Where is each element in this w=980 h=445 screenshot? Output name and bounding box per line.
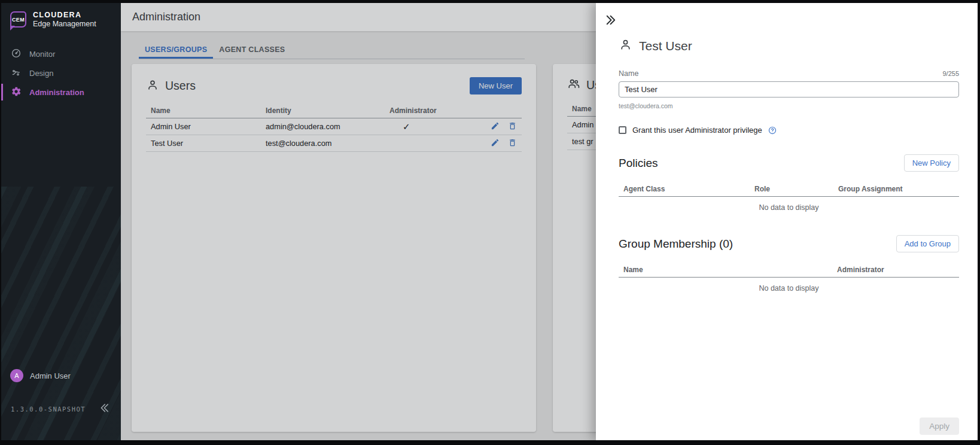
group-membership-empty-state: No data to display <box>619 278 959 296</box>
app-window: CEM CLOUDERA Edge Management Monitor <box>1 3 978 440</box>
identity-helper-text: test@cloudera.com <box>619 102 959 109</box>
sidebar-item-label: Monitor <box>29 50 55 59</box>
sidebar-item-design[interactable]: Design <box>1 63 121 83</box>
new-policy-button[interactable]: New Policy <box>904 154 959 172</box>
policies-table-header: Agent Class Role Group Assignment <box>619 181 959 197</box>
sidebar-item-label: Administration <box>29 88 84 97</box>
version-row: 1.3.0.0-SNAPSHOT <box>1 402 121 416</box>
policies-table: Agent Class Role Group Assignment No dat… <box>619 181 959 215</box>
column-administrator: Administrator <box>832 266 959 274</box>
drawer-title: Test User <box>639 39 692 53</box>
column-name: Name <box>619 266 832 274</box>
sidebar: CEM CLOUDERA Edge Management Monitor <box>1 3 121 440</box>
apply-button[interactable]: Apply <box>920 417 959 435</box>
column-group-assignment: Group Assignment <box>833 185 959 193</box>
admin-privilege-label: Grant this user Administrator privilege <box>632 126 762 135</box>
gear-icon <box>11 86 22 99</box>
policies-section-header: Policies New Policy <box>619 154 959 172</box>
column-agent-class: Agent Class <box>619 185 750 193</box>
group-membership-table: Name Administrator No data to display <box>619 262 959 296</box>
sidebar-nav: Monitor Design Administr <box>1 44 121 102</box>
policies-title: Policies <box>619 157 658 170</box>
current-user[interactable]: A Admin User <box>1 369 121 382</box>
help-circle-icon[interactable] <box>768 126 777 135</box>
version-label: 1.3.0.0-SNAPSHOT <box>11 406 86 413</box>
logo-acronym: CEM <box>12 17 25 23</box>
cem-logo-icon: CEM <box>10 11 26 28</box>
add-to-group-button[interactable]: Add to Group <box>896 235 959 252</box>
design-flow-icon <box>11 67 22 80</box>
name-field-labels: Name 9/255 <box>619 69 959 78</box>
admin-privilege-checkbox[interactable] <box>619 126 626 134</box>
drawer-header: Test User <box>619 38 959 54</box>
name-input[interactable] <box>619 81 959 97</box>
sidebar-item-administration[interactable]: Administration <box>1 83 121 102</box>
user-detail-drawer: Test User Name 9/255 test@cloudera.com G… <box>596 3 978 440</box>
double-chevron-left-icon[interactable] <box>99 402 111 416</box>
gauge-icon <box>11 48 22 60</box>
sidebar-item-monitor[interactable]: Monitor <box>1 44 121 63</box>
sidebar-footer: A Admin User 1.3.0.0-SNAPSHOT <box>1 369 121 440</box>
avatar: A <box>10 369 23 382</box>
brand-name: CLOUDERA <box>33 11 96 19</box>
app-logo: CEM CLOUDERA Edge Management <box>1 3 121 28</box>
brand-block: CLOUDERA Edge Management <box>33 11 96 28</box>
column-role: Role <box>750 185 833 193</box>
double-chevron-right-icon[interactable] <box>604 13 617 29</box>
sidebar-item-label: Design <box>29 69 53 78</box>
group-membership-table-header: Name Administrator <box>619 262 959 278</box>
policies-empty-state: No data to display <box>619 197 959 215</box>
product-name: Edge Management <box>33 20 96 28</box>
admin-privilege-row: Grant this user Administrator privilege <box>619 126 959 135</box>
name-field-label: Name <box>619 69 638 78</box>
group-membership-section-header: Group Membership (0) Add to Group <box>619 235 959 252</box>
group-membership-title: Group Membership (0) <box>619 237 733 251</box>
person-icon <box>619 38 632 54</box>
current-user-name: Admin User <box>30 371 71 380</box>
char-counter: 9/255 <box>942 70 959 77</box>
